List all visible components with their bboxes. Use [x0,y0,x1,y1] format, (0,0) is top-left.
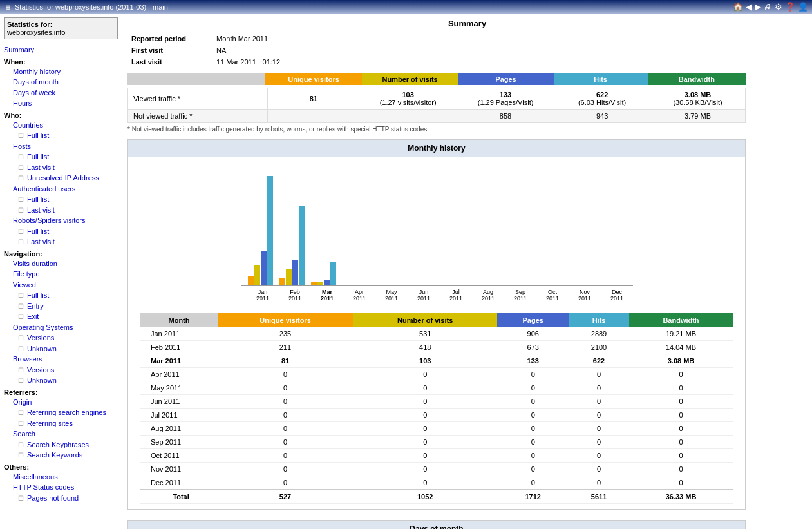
expand-icon-15[interactable]: ☐ [18,377,24,384]
sidebar-item-file-type[interactable]: File type [4,269,118,280]
sidebar-item-auth-users[interactable]: Authenticated users [4,184,118,195]
sidebar-item-versions-1[interactable]: Versions [27,334,54,341]
expand-icon-2[interactable]: ☐ [18,153,24,160]
td-unique: 0 [218,395,353,409]
expand-icon-17[interactable]: ☐ [18,420,24,427]
print-icon[interactable]: 🖨 [764,2,772,12]
sidebar-item-origin[interactable]: Origin [4,397,118,408]
sidebar-item-robots[interactable]: Robots/Spiders visitors [4,215,118,226]
td-month: Jan 2011 [140,327,218,341]
total-row: Total 527 1052 1712 5611 36.33 MB [140,490,733,504]
sidebar-item-last-visit-1[interactable]: Last visit [27,164,55,171]
sidebar-item-countries[interactable]: Countries [4,120,118,131]
td-visits: 418 [353,341,497,354]
sidebar-item-referring-sites[interactable]: Referring sites [27,419,73,427]
sidebar-item-viewed[interactable]: Viewed [4,280,118,291]
sidebar-item-entry[interactable]: Entry [27,302,44,310]
sidebar-item-pages-not-found[interactable]: Pages not found [27,494,79,502]
sidebar-item-full-list-1[interactable]: Full list [27,131,49,139]
table-row: Jan 2011 235 531 906 2889 19.21 MB [140,327,733,341]
home-icon[interactable]: 🏠 [733,2,743,12]
expand-icon-16[interactable]: ☐ [18,409,24,416]
sidebar-item-summary[interactable]: Summary [4,44,118,55]
bar [412,285,418,285]
sidebar-item-versions-2[interactable]: Versions [27,366,54,374]
sidebar-item-full-list-3[interactable]: Full list [27,195,49,203]
td-pages: 133 [497,354,569,368]
sidebar-item-http-status[interactable]: HTTP Status codes [4,482,118,493]
col-visits-header: Number of visits [362,73,458,85]
reported-period-value: Month Mar 2011 [214,34,806,44]
sidebar-item-full-list-4[interactable]: Full list [27,227,49,235]
bar-group [532,285,557,285]
expand-icon-9[interactable]: ☐ [18,292,24,299]
th-hits: Hits [569,313,629,327]
first-visit-label: First visit [129,45,212,55]
sidebar-item-search-keywords[interactable]: Search Keywords [27,451,82,459]
back-icon[interactable]: ◀ [746,2,752,12]
sidebar-item-os[interactable]: Operating Systems [4,322,118,333]
sidebar-item-visits-duration[interactable]: Visits duration [4,258,118,269]
expand-icon-7[interactable]: ☐ [18,228,24,235]
expand-icon-19[interactable]: ☐ [18,452,24,459]
td-hits: 622 [569,354,629,368]
stats-header-table: Unique visitors Number of visits Pages H… [127,73,746,85]
settings-icon[interactable]: ⚙ [775,2,782,12]
sidebar-item-miscellaneous[interactable]: Miscellaneous [4,472,118,483]
col-bandwidth-header: Bandwidth [648,73,746,85]
bar-group [437,285,462,285]
expand-icon-20[interactable]: ☐ [18,495,24,502]
expand-icon-18[interactable]: ☐ [18,441,24,448]
not-viewed-pages: 858 [457,110,554,123]
td-pages: 0 [497,409,569,422]
sidebar-item-unknown-2[interactable]: Unknown [27,376,57,384]
sidebar-item-exit[interactable]: Exit [27,313,39,320]
bar [343,285,348,285]
td-bandwidth: 0 [629,449,733,463]
sidebar-item-unresolved-ip[interactable]: Unresolved IP Address [27,174,99,182]
bar [299,206,305,285]
td-unique: 0 [218,436,353,449]
sidebar-item-monthly-history[interactable]: Monthly history [4,66,118,77]
expand-icon-1[interactable]: ☐ [18,132,24,139]
td-month: Oct 2011 [140,449,218,463]
forward-icon[interactable]: ▶ [755,2,761,12]
bar [583,285,589,285]
sidebar-item-last-visit-2[interactable]: Last visit [27,206,55,214]
bar-group [500,285,525,285]
expand-icon-11[interactable]: ☐ [18,313,24,320]
table-row: Dec 2011 0 0 0 0 0 [140,476,733,490]
expand-icon-13[interactable]: ☐ [18,345,24,352]
sidebar-item-search-keyphrases[interactable]: Search Keyphrases [27,441,89,448]
sidebar-item-last-visit-3[interactable]: Last visit [27,238,55,245]
expand-icon-4[interactable]: ☐ [18,175,24,182]
sidebar-item-full-list-2[interactable]: Full list [27,153,49,160]
sidebar-item-hours[interactable]: Hours [4,98,118,109]
bar-group [279,206,305,285]
sidebar-item-hosts[interactable]: Hosts [4,141,118,152]
expand-icon-6[interactable]: ☐ [18,207,24,214]
help-icon[interactable]: ❓ [785,2,795,12]
user-icon[interactable]: 👤 [798,2,808,12]
expand-icon-12[interactable]: ☐ [18,334,24,341]
sidebar-item-days-of-week[interactable]: Days of week [4,88,118,99]
expand-icon-3[interactable]: ☐ [18,164,24,171]
expand-icon-8[interactable]: ☐ [18,238,24,245]
first-visit-value: NA [214,45,806,55]
td-total-label: Total [140,490,218,504]
table-row: Apr 2011 0 0 0 0 0 [140,368,733,381]
expand-icon-5[interactable]: ☐ [18,196,24,203]
sidebar-item-search[interactable]: Search [4,428,118,439]
sidebar-item-days-of-month[interactable]: Days of month [4,77,118,88]
sidebar-item-unknown-1[interactable]: Unknown [27,345,57,352]
expand-icon-10[interactable]: ☐ [18,303,24,310]
sidebar-item-referring-search[interactable]: Referring search engines [27,409,106,416]
sidebar-item-browsers[interactable]: Browsers [4,354,118,365]
td-pages: 0 [497,395,569,409]
bar-group [563,285,589,285]
monthly-bar-chart [241,164,633,286]
td-total-unique: 527 [218,490,353,504]
td-unique: 0 [218,368,353,381]
expand-icon-14[interactable]: ☐ [18,367,24,374]
sidebar-item-full-list-5[interactable]: Full list [27,291,49,299]
